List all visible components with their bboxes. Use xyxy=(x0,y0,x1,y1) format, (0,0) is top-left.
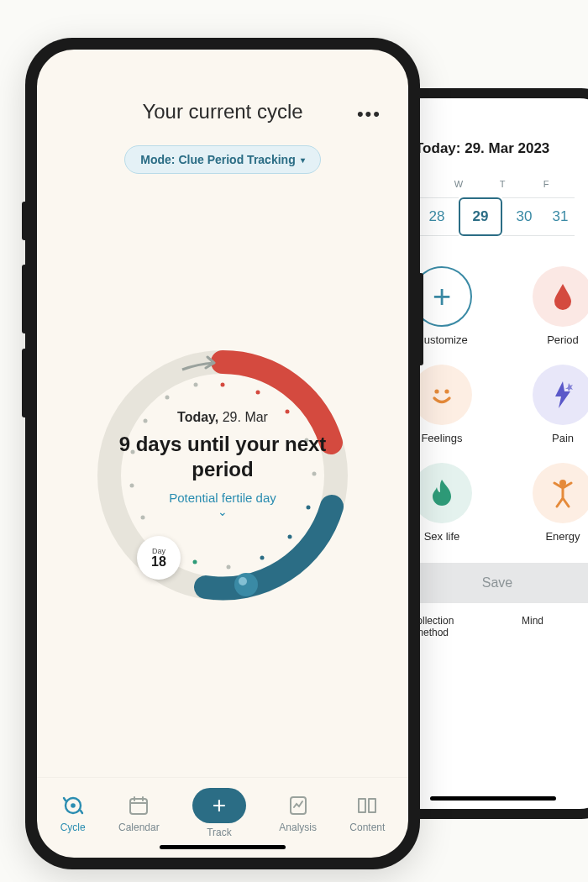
svg-point-0 xyxy=(434,389,438,393)
weekday-label: F xyxy=(524,179,568,189)
home-indicator xyxy=(160,845,286,849)
person-icon xyxy=(533,463,588,523)
tab-label: Cycle xyxy=(60,822,86,833)
svg-point-20 xyxy=(194,383,198,387)
mode-selector[interactable]: Mode: Clue Period Tracking ▾ xyxy=(124,145,320,174)
plus-icon: + xyxy=(192,788,246,823)
svg-point-24 xyxy=(71,803,76,808)
calendar-day[interactable]: 30 xyxy=(502,197,546,236)
cycle-ring-area: Today, 29. Mar 9 days until your next pe… xyxy=(37,174,408,777)
track-item-label: Pain xyxy=(552,432,574,444)
tab-analysis[interactable]: Analysis xyxy=(279,793,317,833)
today-date: Today, 29. Mar xyxy=(113,410,332,425)
primary-phone-frame: Your current cycle ••• Mode: Clue Period… xyxy=(25,38,420,869)
page-title: Your current cycle xyxy=(60,100,385,123)
flame-icon xyxy=(412,463,472,523)
tab-content[interactable]: Content xyxy=(349,793,385,833)
calendar-icon xyxy=(126,793,151,818)
content-icon xyxy=(354,793,380,818)
tab-cycle[interactable]: Cycle xyxy=(60,793,86,833)
cycle-center-info: Today, 29. Mar 9 days until your next pe… xyxy=(113,410,332,518)
cycle-ring[interactable]: Today, 29. Mar 9 days until your next pe… xyxy=(80,333,365,618)
tab-label: Track xyxy=(207,827,232,838)
mode-label: Mode: Clue Period Tracking xyxy=(140,153,295,166)
svg-point-4 xyxy=(221,383,225,387)
home-indicator xyxy=(430,796,556,801)
header: Your current cycle ••• Mode: Clue Period… xyxy=(37,50,408,174)
track-item-label: Feelings xyxy=(421,432,462,444)
save-button[interactable]: Save xyxy=(393,563,588,603)
cycle-day-badge[interactable]: Day 18 xyxy=(137,536,181,580)
cycle-icon xyxy=(60,793,86,818)
extra-labels-row: Collection method Mind xyxy=(393,615,588,639)
tab-calendar[interactable]: Calendar xyxy=(118,793,160,833)
primary-screen: Your current cycle ••• Mode: Clue Period… xyxy=(37,50,408,858)
tab-label: Calendar xyxy=(118,822,160,833)
track-item-label: Energy xyxy=(545,530,580,543)
svg-point-5 xyxy=(256,391,260,395)
secondary-page-title: Today: 29. Mar 2023 xyxy=(393,140,588,157)
calendar-days-row: 27 28 29 30 31 xyxy=(393,197,588,236)
phone-side-button xyxy=(22,265,25,333)
tab-label: Analysis xyxy=(279,822,317,833)
chevron-down-icon: ▾ xyxy=(301,155,305,165)
track-item-label: Period xyxy=(547,333,579,346)
more-icon[interactable]: ••• xyxy=(357,103,381,125)
fertile-label[interactable]: Potential fertile day xyxy=(113,491,332,505)
svg-point-21 xyxy=(234,573,258,596)
day-badge-number: 18 xyxy=(151,555,166,569)
analysis-icon xyxy=(286,793,311,818)
svg-point-22 xyxy=(239,577,247,585)
track-item-energy[interactable]: Energy xyxy=(517,463,588,543)
smile-icon xyxy=(412,365,472,425)
svg-point-13 xyxy=(193,560,197,564)
tab-label: Content xyxy=(349,822,385,833)
chevron-down-icon[interactable]: ⌄ xyxy=(113,505,332,518)
lightning-icon xyxy=(533,365,588,425)
track-item-pain[interactable]: Pain xyxy=(517,365,588,444)
tab-track[interactable]: + Track xyxy=(192,788,246,838)
phone-side-button xyxy=(22,202,25,240)
calendar-day[interactable]: 28 xyxy=(415,197,459,236)
svg-point-11 xyxy=(260,556,265,560)
svg-point-19 xyxy=(165,396,170,400)
blood-drop-icon xyxy=(533,266,588,327)
svg-point-10 xyxy=(288,535,292,539)
calendar-day-today[interactable]: 29 xyxy=(459,197,502,236)
weekday-label: W xyxy=(437,179,480,189)
track-item-period[interactable]: Period xyxy=(517,266,588,346)
svg-rect-25 xyxy=(130,799,147,814)
track-item-label: Mind xyxy=(494,615,571,639)
svg-point-1 xyxy=(444,389,449,393)
track-item-label: Customize xyxy=(416,333,467,346)
cycle-main-message: 9 days until your next period xyxy=(113,432,332,482)
phone-side-button xyxy=(420,273,423,365)
svg-point-12 xyxy=(227,565,231,570)
phone-side-button xyxy=(22,349,25,417)
weekday-label: T xyxy=(480,179,524,189)
track-item-label: Sex life xyxy=(424,530,460,543)
calendar-weekdays: T W T F xyxy=(393,179,588,189)
calendar-day[interactable]: 31 xyxy=(546,197,575,236)
